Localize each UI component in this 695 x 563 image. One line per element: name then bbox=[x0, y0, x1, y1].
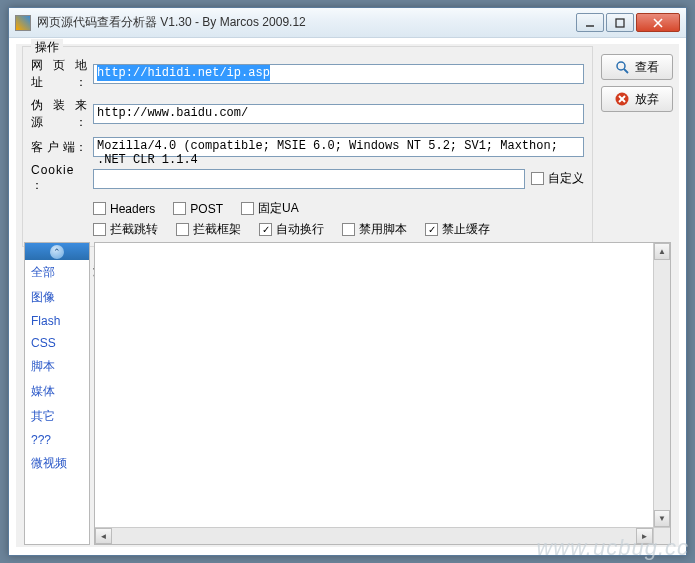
ua-label: 客 户 端： bbox=[31, 139, 87, 156]
cancel-icon bbox=[615, 92, 629, 106]
app-window: 网页源代码查看分析器 V1.30 - By Marcos 2009.12 操作 … bbox=[8, 7, 687, 556]
app-icon bbox=[15, 15, 31, 31]
scroll-up-icon[interactable]: ▲ bbox=[654, 243, 670, 260]
post-checkbox[interactable]: POST bbox=[173, 200, 223, 217]
abort-button[interactable]: 放弃 bbox=[601, 86, 673, 112]
search-icon bbox=[615, 60, 629, 74]
scroll-right-icon[interactable]: ► bbox=[636, 528, 653, 544]
horizontal-scrollbar[interactable]: ◄ ► bbox=[95, 527, 653, 544]
referer-label: 伪装来源： bbox=[31, 97, 87, 131]
scroll-left-icon[interactable]: ◄ bbox=[95, 528, 112, 544]
view-button[interactable]: 查看 bbox=[601, 54, 673, 80]
block-redirect-checkbox[interactable]: 拦截跳转 bbox=[93, 221, 158, 238]
sidebar-item-0[interactable]: 全部 bbox=[25, 260, 89, 285]
url-label: 网页地址： bbox=[31, 57, 87, 91]
auto-wrap-checkbox[interactable]: 自动换行 bbox=[259, 221, 324, 238]
sidebar-item-5[interactable]: 媒体 bbox=[25, 379, 89, 404]
scroll-corner bbox=[653, 527, 670, 544]
action-buttons: 查看 放弃 bbox=[601, 44, 673, 255]
svg-line-5 bbox=[624, 69, 628, 73]
scroll-down-icon[interactable]: ▼ bbox=[654, 510, 670, 527]
chevron-up-icon: ⌃ bbox=[50, 245, 64, 259]
minimize-button[interactable] bbox=[576, 13, 604, 32]
client-area: 操作 网页地址： http://hididi.net/ip.asp 伪装来源： … bbox=[16, 44, 679, 547]
sidebar-item-1[interactable]: 图像 bbox=[25, 285, 89, 310]
cookie-input[interactable] bbox=[93, 169, 525, 189]
window-title: 网页源代码查看分析器 V1.30 - By Marcos 2009.12 bbox=[37, 14, 576, 31]
close-button[interactable] bbox=[636, 13, 680, 32]
sidebar-collapse[interactable]: ⌃ bbox=[25, 243, 89, 260]
svg-point-4 bbox=[617, 62, 625, 70]
custom-checkbox[interactable]: 自定义 bbox=[531, 170, 584, 187]
fixed-ua-checkbox[interactable]: 固定UA bbox=[241, 200, 299, 217]
group-legend: 操作 bbox=[31, 39, 63, 56]
referer-input[interactable]: http://www.baidu.com/ bbox=[93, 104, 584, 124]
ua-input[interactable]: Mozilla/4.0 (compatible; MSIE 6.0; Windo… bbox=[93, 137, 584, 157]
svg-rect-1 bbox=[616, 19, 624, 27]
sidebar-item-4[interactable]: 脚本 bbox=[25, 354, 89, 379]
sidebar-item-6[interactable]: 其它 bbox=[25, 404, 89, 429]
sidebar-item-3[interactable]: CSS bbox=[25, 332, 89, 354]
content-area: ⌃ 全部图像FlashCSS脚本媒体其它???微视频 ▲ ▼ ◄ ► bbox=[24, 242, 671, 545]
operation-group: 操作 网页地址： http://hididi.net/ip.asp 伪装来源： … bbox=[22, 46, 593, 247]
block-frame-checkbox[interactable]: 拦截框架 bbox=[176, 221, 241, 238]
cookie-label: Cookie ： bbox=[31, 163, 87, 194]
url-input[interactable]: http://hididi.net/ip.asp bbox=[93, 64, 584, 84]
titlebar[interactable]: 网页源代码查看分析器 V1.30 - By Marcos 2009.12 bbox=[9, 8, 686, 38]
content-viewer[interactable]: ▲ ▼ ◄ ► bbox=[94, 242, 671, 545]
vertical-scrollbar[interactable]: ▲ ▼ bbox=[653, 243, 670, 527]
maximize-button[interactable] bbox=[606, 13, 634, 32]
disable-script-checkbox[interactable]: 禁用脚本 bbox=[342, 221, 407, 238]
window-buttons bbox=[576, 13, 680, 32]
resource-sidebar: ⌃ 全部图像FlashCSS脚本媒体其它???微视频 bbox=[24, 242, 90, 545]
sidebar-item-2[interactable]: Flash bbox=[25, 310, 89, 332]
sidebar-item-7[interactable]: ??? bbox=[25, 429, 89, 451]
disable-cache-checkbox[interactable]: 禁止缓存 bbox=[425, 221, 490, 238]
sidebar-item-8[interactable]: 微视频 bbox=[25, 451, 89, 476]
headers-checkbox[interactable]: Headers bbox=[93, 200, 155, 217]
